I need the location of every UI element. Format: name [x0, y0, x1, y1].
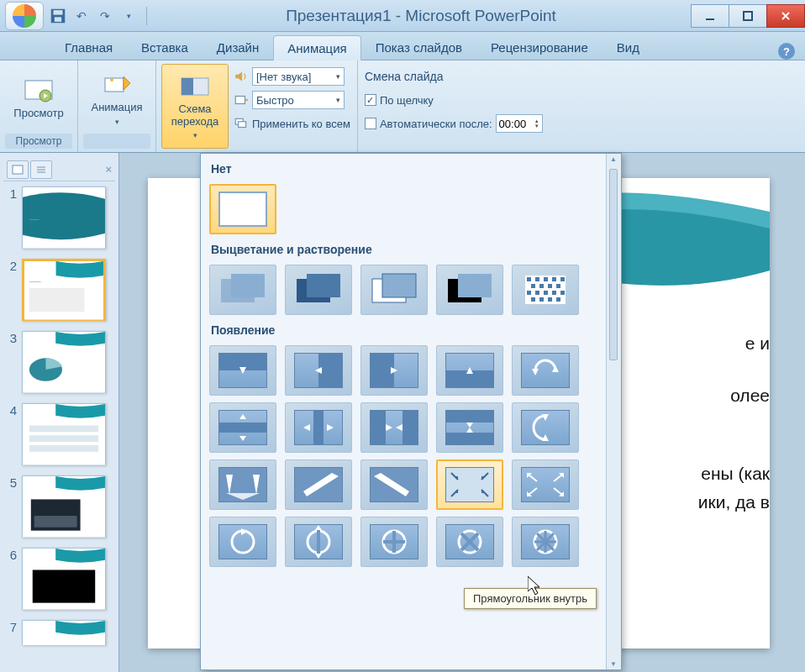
tab-home[interactable]: Главная	[50, 34, 127, 60]
transition-split-v-in[interactable]	[360, 402, 428, 453]
transition-fade-1[interactable]	[209, 265, 276, 315]
svg-marker-76	[239, 414, 246, 419]
transition-scheme-button[interactable]: Схема перехода ▾	[161, 64, 229, 149]
save-icon[interactable]	[49, 7, 67, 25]
svg-rect-3	[706, 18, 714, 20]
slides-tab[interactable]	[7, 160, 29, 179]
transition-uncover-right[interactable]	[360, 459, 428, 510]
tab-animation[interactable]: Анимация	[273, 35, 360, 60]
speed-combo[interactable]: Быстро ▾	[252, 91, 345, 109]
outline-tab[interactable]	[30, 160, 52, 179]
transition-fade-3[interactable]	[360, 265, 428, 315]
slide-thumbnail[interactable]	[22, 620, 106, 645]
panel-close-button[interactable]: ×	[105, 163, 112, 176]
transition-split-h-out[interactable]	[209, 402, 276, 453]
svg-marker-87	[466, 423, 473, 428]
transition-wheel-8[interactable]	[512, 517, 579, 567]
transition-split-v-out[interactable]	[285, 402, 352, 453]
tab-design[interactable]: Дизайн	[203, 34, 273, 60]
svg-rect-1	[54, 10, 63, 15]
transition-box-out[interactable]	[512, 459, 579, 510]
slide-thumbnail[interactable]	[22, 475, 106, 538]
svg-rect-31	[29, 445, 98, 452]
slides-panel: × 1 ——— 2 ——— 3 4 5	[0, 153, 119, 672]
quick-access-toolbar: ↶ ↷ ▾	[49, 7, 150, 25]
svg-text:———: ———	[29, 280, 41, 284]
redo-icon[interactable]: ↷	[96, 7, 114, 25]
apply-all-button[interactable]: Применить ко всем	[252, 118, 350, 130]
scrollbar-thumb[interactable]	[609, 169, 618, 360]
window-title: Презентация1 - Microsoft PowerPoint	[150, 7, 692, 25]
preview-button[interactable]: Просмотр	[5, 64, 72, 134]
minimize-button[interactable]	[691, 4, 729, 28]
close-button[interactable]	[766, 4, 805, 28]
transition-shape-circle[interactable]	[512, 345, 579, 396]
svg-marker-77	[239, 436, 246, 441]
help-button[interactable]: ?	[778, 43, 795, 60]
svg-rect-53	[539, 284, 544, 288]
on-click-checkbox[interactable]: ✓	[365, 94, 376, 106]
transition-wipe-down[interactable]	[209, 345, 276, 396]
sound-combo[interactable]: [Нет звука] ▾	[252, 67, 345, 86]
transition-fade-2[interactable]	[285, 265, 352, 315]
svg-rect-2	[55, 17, 61, 22]
auto-after-time[interactable]: 00:00 ▲▼	[496, 114, 543, 133]
transition-none[interactable]	[209, 184, 276, 234]
transition-wipe-up[interactable]	[436, 345, 503, 396]
svg-marker-83	[386, 424, 392, 431]
slide-thumbnail[interactable]: ———	[22, 259, 106, 321]
thumb-item[interactable]: 1 ———	[3, 181, 115, 254]
slide-thumbnail[interactable]	[22, 548, 106, 610]
transition-wheel-2[interactable]	[285, 517, 352, 567]
auto-after-checkbox[interactable]	[365, 118, 376, 129]
svg-rect-16	[239, 122, 246, 128]
transition-wheel-3[interactable]	[360, 517, 428, 567]
svg-rect-12	[182, 78, 193, 95]
spin-buttons[interactable]: ▲▼	[534, 118, 539, 129]
svg-rect-56	[527, 291, 531, 295]
window-controls	[692, 4, 805, 28]
qat-customize-icon[interactable]: ▾	[119, 7, 138, 25]
tab-review[interactable]: Рецензирование	[476, 34, 602, 60]
undo-icon[interactable]: ↶	[72, 7, 91, 25]
thumb-item[interactable]: 2 ———	[3, 254, 115, 326]
svg-marker-88	[466, 428, 473, 433]
transition-fade-4[interactable]	[436, 265, 503, 315]
ribbon-group-transition: Схема перехода ▾ [Нет звука] ▾	[156, 60, 357, 152]
tab-insert[interactable]: Вставка	[127, 34, 203, 60]
thumb-item[interactable]: 5	[3, 470, 115, 543]
maximize-button[interactable]	[729, 4, 767, 28]
thumb-item[interactable]: 4	[3, 398, 115, 470]
gallery-section-appear: Появление	[204, 318, 602, 342]
thumb-item[interactable]: 3	[3, 326, 115, 398]
transition-uncover-down[interactable]	[209, 459, 276, 510]
svg-rect-17	[13, 165, 23, 174]
sound-icon	[234, 69, 249, 84]
title-bar: ↶ ↷ ▾ Презентация1 - Microsoft PowerPoin…	[0, 0, 805, 32]
tab-view[interactable]: Вид	[602, 34, 654, 60]
svg-marker-9	[124, 76, 130, 90]
svg-rect-50	[552, 277, 556, 281]
office-button[interactable]	[5, 2, 44, 30]
transition-wheel-1[interactable]	[209, 517, 276, 567]
transition-split-h-in[interactable]	[436, 402, 503, 453]
slide-thumbnail[interactable]: ———	[22, 186, 106, 249]
transition-wipe-left[interactable]	[285, 345, 352, 396]
transition-wheel-4[interactable]	[436, 517, 503, 567]
slide-thumbnail[interactable]	[22, 403, 106, 465]
transition-wipe-right[interactable]	[360, 345, 428, 396]
slide-thumbnail[interactable]	[22, 331, 106, 393]
chevron-down-icon: ▾	[336, 72, 340, 81]
animation-button[interactable]: Анимация ▾	[83, 64, 150, 134]
thumb-item[interactable]: 7	[3, 615, 115, 650]
svg-line-108	[554, 475, 562, 481]
svg-rect-14	[235, 97, 245, 104]
transition-uncover-left[interactable]	[285, 459, 352, 510]
thumb-item[interactable]: 6	[3, 543, 115, 615]
transition-dissolve[interactable]	[512, 265, 579, 315]
tab-slideshow[interactable]: Показ слайдов	[361, 34, 476, 60]
gallery-scrollbar[interactable]: ▲ ▼	[606, 154, 621, 669]
transition-box-in[interactable]	[436, 459, 503, 510]
svg-rect-25	[29, 288, 85, 312]
transition-shape-diamond[interactable]	[512, 402, 579, 453]
